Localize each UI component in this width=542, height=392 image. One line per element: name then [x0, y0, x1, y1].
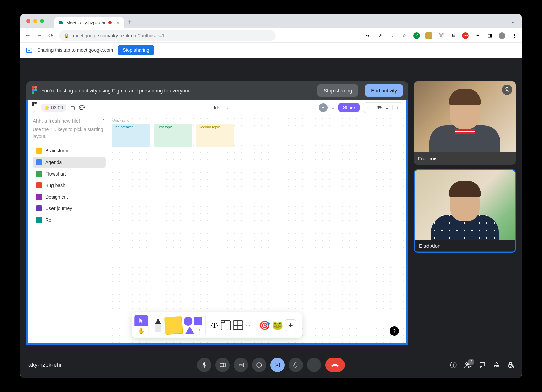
recording-indicator-icon	[108, 21, 112, 24]
svg-point-4	[32, 89, 34, 91]
avatar-chevron-icon[interactable]: ⌄	[331, 105, 335, 110]
stamp-tool-icon[interactable]: 🎯	[259, 320, 270, 331]
host-controls-icon[interactable]	[507, 362, 514, 368]
url-text: meet.google.com/aky-hzpk-ehr?authuser=1	[73, 33, 164, 38]
sticker-tool-icon[interactable]: 🐸	[272, 320, 283, 331]
reactions-button[interactable]	[252, 358, 266, 372]
template-item-agenda[interactable]: Agenda	[33, 157, 106, 168]
more-tools-icon[interactable]: ⋯	[245, 322, 251, 329]
meet-controls: aky-hzpk-ehr CC ⋮ ⓘ 3	[20, 351, 522, 378]
square-shape-icon	[194, 317, 202, 325]
figma-canvas[interactable]: Quick sync Ice breakerFirst topicSecond …	[109, 115, 406, 343]
help-button[interactable]: ?	[390, 326, 399, 336]
more-options-button[interactable]: ⋮	[307, 358, 321, 372]
shapes-tool[interactable]: ↪	[184, 317, 202, 334]
end-activity-button[interactable]: End activity	[365, 84, 403, 97]
new-tab-button[interactable]: +	[128, 18, 132, 26]
svg-rect-7	[32, 102, 34, 104]
hangup-button[interactable]	[325, 358, 345, 372]
captions-button[interactable]: CC	[234, 358, 248, 372]
meet-favicon-icon	[58, 20, 64, 25]
activity-bar: You're hosting an activity using Figma, …	[26, 81, 408, 100]
meeting-code: aky-hzpk-ehr	[28, 362, 62, 368]
camera-icon[interactable]: ▪▸	[364, 32, 371, 39]
pencil-tool-icon[interactable]	[153, 317, 163, 334]
filename[interactable]: fds	[214, 105, 221, 110]
canvas-card[interactable]: Second topic	[196, 124, 234, 147]
chat-icon[interactable]	[479, 362, 486, 368]
extension-green-icon[interactable]: ✓	[413, 32, 420, 39]
figma-share-button[interactable]: Share	[338, 103, 360, 112]
template-item-user-journey[interactable]: User journey	[33, 203, 106, 214]
filename-chevron-icon[interactable]: ⌄	[225, 105, 229, 110]
browser-tab[interactable]: Meet - aky-hzpk-ehr ✕	[54, 17, 124, 28]
activity-stop-sharing-button[interactable]: Stop sharing	[317, 84, 358, 97]
extension-book-icon[interactable]	[425, 32, 432, 39]
template-item-re[interactable]: Re	[33, 214, 106, 226]
arrow-shape-icon: ↪	[195, 326, 201, 334]
sticky-note-tool[interactable]	[164, 316, 182, 334]
template-icon	[36, 217, 42, 223]
zoom-level[interactable]: 9% ⌄	[373, 105, 393, 110]
people-icon[interactable]: 3	[464, 362, 472, 368]
text-tool-icon[interactable]: ·T·	[210, 321, 218, 330]
table-tool-icon[interactable]	[233, 320, 243, 330]
activities-icon[interactable]	[493, 362, 500, 368]
canvas-card[interactable]: Ice breaker	[112, 124, 150, 147]
zoom-in-button[interactable]: +	[393, 105, 402, 110]
participant-tile[interactable]: ⋯ Elad Alon	[414, 169, 516, 253]
raise-hand-button[interactable]	[289, 358, 303, 372]
svg-point-3	[34, 86, 37, 89]
template-item-brainstorm[interactable]: Brainstorm	[33, 145, 106, 157]
svg-rect-9	[34, 102, 37, 104]
collapse-panel-icon[interactable]: ⌃	[101, 118, 106, 124]
section-tool-icon[interactable]	[221, 320, 231, 330]
info-icon[interactable]: ⓘ	[450, 360, 457, 370]
svg-text:CC: CC	[239, 364, 243, 366]
canvas-card[interactable]: First topic	[154, 124, 192, 147]
extensions-icon[interactable]: ✦	[474, 32, 481, 39]
forward-icon[interactable]: →	[36, 32, 43, 39]
camera-button[interactable]	[215, 358, 230, 372]
frame-tool-icon[interactable]: ▢	[70, 105, 75, 110]
extension-display-icon[interactable]: 🖥	[450, 32, 457, 39]
minimize-window-icon[interactable]	[33, 19, 37, 23]
svg-rect-11	[220, 363, 224, 367]
present-button[interactable]	[270, 358, 285, 372]
user-avatar[interactable]: E	[319, 103, 328, 112]
template-icon	[36, 159, 42, 165]
star-icon[interactable]: ☆	[401, 32, 408, 39]
extension-scissors-icon[interactable]: ✂️	[438, 32, 444, 39]
figjam-menu-icon[interactable]: ⌄	[32, 102, 37, 114]
maximize-window-icon[interactable]	[40, 19, 44, 23]
share-icon[interactable]: ⇪	[389, 32, 396, 39]
close-tab-icon[interactable]: ✕	[116, 20, 120, 25]
participant-tile[interactable]: Francois	[414, 81, 516, 165]
back-icon[interactable]: ←	[24, 32, 31, 39]
close-window-icon[interactable]	[26, 19, 30, 23]
comment-icon[interactable]: 💬	[79, 105, 85, 110]
stop-sharing-button[interactable]: Stop sharing	[118, 45, 154, 55]
tabs-dropdown-icon[interactable]: ⌄	[510, 18, 515, 24]
select-tool-icon[interactable]	[134, 315, 148, 326]
kebab-menu-icon[interactable]: ⋮	[511, 32, 518, 39]
templates-panel: Ahh, a fresh new file! ⌃ Use the ↑ ↓ key…	[28, 115, 109, 343]
timer-value: 03:00	[51, 105, 63, 110]
open-external-icon[interactable]: ↗	[377, 32, 383, 39]
template-item-flowchart[interactable]: Flowchart	[33, 168, 106, 180]
svg-point-16	[260, 364, 260, 365]
extension-abp-icon[interactable]: ABP	[462, 32, 469, 39]
add-widget-icon[interactable]: +	[285, 319, 296, 331]
profile-avatar-icon[interactable]	[499, 32, 505, 39]
reload-icon[interactable]: ⟳	[47, 32, 54, 39]
template-item-bug-bash[interactable]: Bug bash	[33, 180, 106, 191]
template-item-design-crit[interactable]: Design crit	[33, 191, 106, 203]
url-input[interactable]: 🔒 meet.google.com/aky-hzpk-ehr?authuser=…	[59, 30, 276, 41]
sidepanel-icon[interactable]: ◨	[486, 32, 493, 39]
mic-button[interactable]	[197, 358, 211, 372]
triangle-shape-icon	[185, 326, 194, 334]
hand-tool-icon[interactable]: ✋	[134, 326, 148, 335]
timer[interactable]: ⭐ 03:00	[41, 104, 66, 112]
zoom-out-button[interactable]: −	[363, 105, 373, 110]
template-icon	[36, 205, 42, 211]
